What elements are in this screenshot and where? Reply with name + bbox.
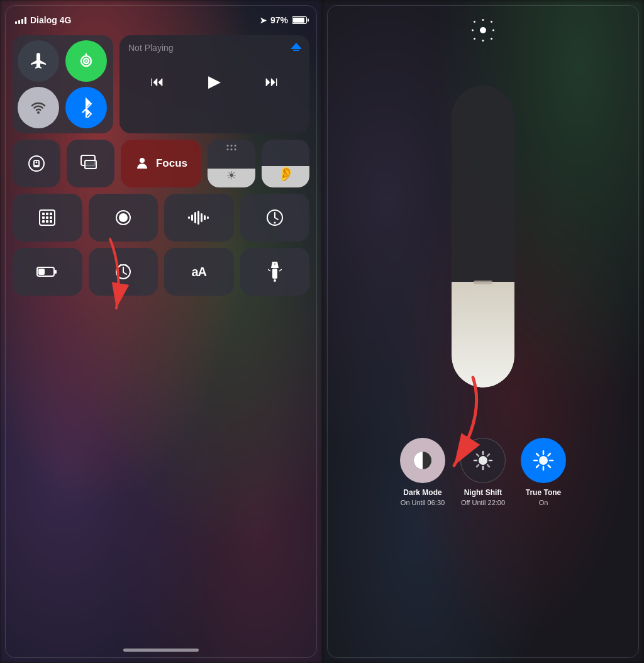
- media-controls: ⏮ ▶ ⏭: [128, 72, 301, 91]
- svg-rect-19: [50, 216, 52, 219]
- rewind-button[interactable]: ⏮: [150, 74, 164, 90]
- svg-point-6: [29, 156, 44, 171]
- right-panel: Dark Mode On Until 06:30: [322, 0, 644, 663]
- svg-rect-31: [207, 216, 209, 219]
- text-size-label: aA: [191, 265, 206, 279]
- battery-state-button[interactable]: [13, 248, 82, 296]
- status-bar: Dialog 4G ➤ 97%: [13, 15, 309, 25]
- row-1: Not Playing ⏮ ▶ ⏭: [13, 35, 309, 133]
- row-3: [13, 194, 309, 242]
- status-left: Dialog 4G: [15, 15, 71, 25]
- svg-rect-28: [197, 211, 199, 225]
- dark-mode-control: Dark Mode On Until 06:30: [400, 438, 445, 507]
- svg-rect-21: [46, 220, 48, 223]
- svg-line-64: [548, 454, 551, 456]
- signal-bar-3: [21, 19, 23, 24]
- svg-point-9: [36, 162, 38, 164]
- clock-button[interactable]: [240, 194, 310, 242]
- screen-record-button[interactable]: [89, 194, 158, 242]
- battery-status-icon: [36, 265, 58, 278]
- svg-point-24: [119, 213, 128, 222]
- svg-line-53: [487, 465, 489, 467]
- wifi-button[interactable]: [18, 87, 59, 128]
- svg-rect-26: [191, 214, 193, 221]
- dark-mode-button[interactable]: [400, 438, 445, 483]
- night-shift-button[interactable]: [460, 438, 506, 483]
- svg-point-12: [140, 158, 145, 163]
- screen-record-icon: [114, 208, 133, 227]
- true-tone-button[interactable]: [521, 438, 566, 483]
- flashlight-icon: [268, 262, 282, 282]
- svg-rect-11: [85, 160, 96, 169]
- media-player-block: Not Playing ⏮ ▶ ⏭: [119, 35, 309, 133]
- right-content: Dark Mode On Until 06:30: [322, 0, 644, 663]
- airplane-mode-button[interactable]: [18, 40, 59, 82]
- volume-ear-icon: 👂: [277, 166, 294, 182]
- flashlight-button[interactable]: [240, 248, 310, 296]
- night-shift-label: Night Shift Off Until 22:00: [461, 488, 505, 507]
- signal-bar-4: [25, 17, 26, 24]
- calculator-button[interactable]: [13, 194, 82, 242]
- airplay-icon[interactable]: [289, 42, 303, 56]
- svg-line-34: [275, 218, 278, 220]
- volume-slider-button[interactable]: 👂: [262, 140, 309, 187]
- signal-bars: [15, 16, 26, 24]
- night-shift-control: Night Shift Off Until 22:00: [460, 438, 506, 507]
- svg-point-47: [479, 456, 487, 465]
- battery-fill: [293, 18, 304, 23]
- svg-line-55: [487, 454, 489, 456]
- play-button[interactable]: ▶: [208, 72, 221, 91]
- clock-icon: [265, 208, 284, 227]
- brightness-slider-button[interactable]: ☀: [208, 140, 255, 187]
- row-2: Focus ☀ 👂: [13, 140, 309, 187]
- svg-line-43: [279, 269, 282, 271]
- svg-rect-25: [188, 216, 190, 219]
- brightness-icon: ☀: [226, 169, 236, 182]
- row-4: aA: [13, 248, 309, 296]
- orientation-lock-button[interactable]: [13, 140, 60, 187]
- night-shift-icon: [472, 450, 494, 471]
- focus-button[interactable]: Focus: [121, 140, 201, 187]
- svg-line-42: [268, 269, 270, 271]
- left-panel: Dialog 4G ➤ 97%: [0, 0, 322, 663]
- cellular-button[interactable]: [65, 40, 107, 82]
- true-tone-control: True Tone On: [521, 438, 566, 507]
- bluetooth-button[interactable]: [65, 87, 107, 128]
- svg-point-4: [37, 111, 40, 114]
- svg-point-56: [539, 456, 548, 465]
- svg-rect-16: [50, 213, 52, 215]
- brightness-slider[interactable]: [452, 86, 514, 387]
- night-shift-subtitle: Off Until 22:00: [461, 498, 505, 507]
- text-size-button[interactable]: aA: [164, 248, 234, 296]
- sound-recognition-button[interactable]: [164, 194, 234, 242]
- orientation-lock-icon: [26, 153, 47, 174]
- svg-rect-41: [274, 279, 276, 282]
- svg-rect-17: [42, 216, 45, 219]
- svg-line-52: [477, 454, 479, 456]
- battery-percent: 97%: [270, 15, 288, 25]
- cellular-icon: [77, 52, 95, 70]
- svg-point-35: [274, 222, 275, 224]
- svg-rect-30: [204, 215, 206, 220]
- svg-point-2: [86, 60, 87, 62]
- screen-time-button[interactable]: [89, 248, 158, 296]
- airplay-svg: [289, 42, 303, 53]
- svg-rect-40: [272, 269, 277, 279]
- svg-line-61: [536, 454, 539, 456]
- location-icon: ➤: [260, 16, 267, 25]
- true-tone-label: True Tone On: [526, 488, 561, 507]
- brightness-slider-fill: [452, 282, 514, 387]
- home-bar: [123, 649, 199, 652]
- svg-rect-27: [194, 212, 196, 223]
- screen-mirror-button[interactable]: [67, 140, 114, 187]
- fast-forward-button[interactable]: ⏭: [265, 74, 279, 90]
- svg-line-54: [477, 465, 479, 467]
- svg-rect-22: [50, 220, 52, 223]
- brightness-thumb: [474, 281, 492, 284]
- brightness-slider-container: [335, 54, 631, 419]
- bluetooth-icon: [79, 98, 94, 118]
- dark-mode-title: Dark Mode: [401, 488, 445, 498]
- svg-rect-18: [46, 216, 48, 219]
- control-center-grid: Not Playing ⏮ ▶ ⏭: [13, 35, 309, 296]
- signal-bar-2: [18, 20, 20, 24]
